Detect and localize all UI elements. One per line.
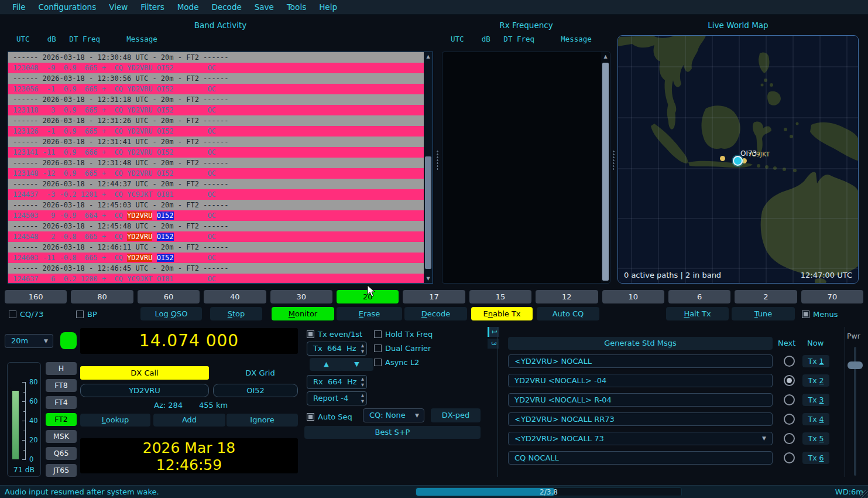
tx-now-button-2[interactable]: Tx 2 [802,374,829,387]
band-button-2[interactable]: 2 [735,290,797,303]
enable-tx-button[interactable]: Enable Tx [471,307,533,320]
tx-now-button-6[interactable]: Tx 6 [802,452,829,464]
tx-message-field-1[interactable]: <YD2VRU> NOCALL [508,354,773,368]
tx-freq-spinner[interactable]: Tx 664 Hz▲▼ [307,342,367,356]
rx-freq-spinner[interactable]: Rx 664 Hz▲▼ [307,375,367,389]
next-radio-1[interactable] [784,356,795,367]
mode-button-q65[interactable]: Q65 [46,447,77,460]
mode-button-ft8[interactable]: FT8 [46,379,77,392]
menu-save[interactable]: Save [248,2,280,12]
pwr-slider-handle[interactable] [848,361,863,369]
add-button[interactable]: Add [153,414,225,427]
band-activity-scrollbar[interactable]: ▲ ▼ [424,52,433,283]
tune-button[interactable]: Tune [732,307,795,320]
band-select-combo[interactable]: 20m▼ [5,334,53,348]
next-radio-5[interactable] [784,433,795,444]
tx-message-field-5[interactable]: <YD2VRU> NOCALL 73▼ [508,432,773,445]
generate-std-msgs-button[interactable]: Generate Std Msgs [508,337,773,350]
band-button-17[interactable]: 17 [403,290,465,303]
menu-filters[interactable]: Filters [134,2,170,12]
next-radio-2[interactable] [784,375,795,386]
dx-call-button[interactable]: DX Call [80,366,209,380]
decode-row[interactable]: 123118 3 0.9 665 + CQ YD2VRU OI52 OC [8,105,424,115]
band-button-6[interactable]: 6 [668,290,730,303]
splitter-handle[interactable] [612,150,615,170]
scroll-down-icon[interactable]: ▼ [424,274,433,283]
decode-row[interactable]: 124603 -11 -0.8 665 + CQ YD2VRU OI52 OC [8,253,424,263]
scrollbar-thumb[interactable] [425,156,431,269]
ignore-button[interactable]: Ignore [227,414,298,427]
lookup-button[interactable]: Lookup [80,414,150,427]
tx-now-button-5[interactable]: Tx 5 [802,432,829,445]
band-button-30[interactable]: 30 [270,290,332,303]
band-button-160[interactable]: 160 [5,290,67,303]
auto-cq-button[interactable]: Auto CQ [537,307,599,320]
frequency-display[interactable]: 14.074 000 [80,328,298,354]
stop-button[interactable]: Stop [210,307,262,320]
decode-button[interactable]: Decode [404,307,467,320]
mode-button-ft4[interactable]: FT4 [46,396,77,409]
band-button-12[interactable]: 12 [536,290,598,303]
tx-message-field-3[interactable]: YD2VRU <NOCALL> R-04 [508,393,773,407]
next-radio-3[interactable] [784,394,795,405]
halt-tx-button[interactable]: Halt Tx [666,307,729,320]
decode-row[interactable]: 123048 -9 0.9 665 + CQ YD2VRU OI52 OC [8,63,424,73]
decode-row[interactable]: 123148 -12 0.9 665 + CQ YD2VRU OI52 OC [8,168,424,179]
menu-tools[interactable]: Tools [280,2,313,12]
mode-button-msk[interactable]: MSK [46,430,77,443]
scrollbar-thumb[interactable] [602,63,609,281]
menu-configurations[interactable]: Configurations [32,2,103,12]
cq73-checkbox[interactable]: CQ/73 [9,309,43,319]
tx-message-field-6[interactable]: CQ NOCALL [508,451,773,465]
tx-now-button-1[interactable]: Tx 1 [802,355,829,367]
scroll-up-icon[interactable]: ▲ [601,52,610,61]
resize-grip[interactable] [860,490,868,498]
decode-row[interactable]: 124437 -3 -0.2 1201 + CQ YC9JKT OI81 OC [8,189,424,200]
band-button-40[interactable]: 40 [204,290,266,303]
mode-button-ft2[interactable]: FT2 [46,413,77,426]
log-qso-button[interactable]: Log QSO [140,307,202,320]
tx-freq-down-button[interactable]: ▼ [340,358,373,371]
splitter-handle[interactable] [436,150,439,170]
auto-seq-checkbox[interactable]: Auto Seq [307,411,352,422]
hold-tx-freq-checkbox[interactable]: Hold Tx Freq [374,329,433,339]
spinner-arrows-icon[interactable]: ▲▼ [361,376,364,388]
band-button-80[interactable]: 80 [71,290,133,303]
menu-help[interactable]: Help [313,2,344,12]
tx-freq-up-button[interactable]: ▲ [310,358,343,371]
menus-checkbox[interactable]: Menus [802,309,838,319]
async-l2-checkbox[interactable]: Async L2 [374,357,419,367]
menu-view[interactable]: View [102,2,134,12]
decode-row[interactable]: 123126 -1 0.9 665 + CQ YD2VRU OI52 OC [8,126,424,137]
bp-checkbox[interactable]: BP [76,309,97,319]
spinner-arrows-icon[interactable]: ▲▼ [361,393,364,404]
band-button-15[interactable]: 15 [469,290,531,303]
decode-row[interactable]: 123056 -1 0.9 665 + CQ YD2VRU OI52 OC [8,84,424,94]
tx-now-button-4[interactable]: Tx 4 [802,413,829,425]
band-button-70[interactable]: 70 [801,290,863,303]
decode-row[interactable]: 123141 -11 0.9 666 + CQ YD2VRU OI52 OC [8,147,424,158]
tx-message-field-4[interactable]: <YD2VRU> NOCALL RR73 [508,412,773,426]
mode-button-h[interactable]: H [46,362,77,375]
report-spinner[interactable]: Report -4▲▼ [307,391,367,405]
band-button-10[interactable]: 10 [602,290,664,303]
spinner-arrows-icon[interactable]: ▲▼ [361,343,364,354]
decode-row[interactable]: 124548 2 -0.8 665 + CQ YD2VRU OI52 OC [8,231,424,242]
next-radio-6[interactable] [784,452,795,463]
tx-even-checkbox[interactable]: Tx even/1st [307,329,362,339]
band-button-60[interactable]: 60 [138,290,200,303]
decode-row[interactable]: 124503 9 -0.9 664 + CQ YD2VRU OI52 OC [8,210,424,221]
cq-mode-combo[interactable]: CQ: None▼ [363,408,424,422]
dx-ped-button[interactable]: DX-ped [431,408,481,422]
scroll-up-icon[interactable]: ▲ [424,52,433,61]
tx-now-button-3[interactable]: Tx 3 [802,394,829,406]
tx-message-field-2[interactable]: YD2VRU <NOCALL> -04 [508,374,773,387]
menu-file[interactable]: File [6,2,32,12]
mode-button-jt65[interactable]: JT65 [46,464,77,477]
menu-mode[interactable]: Mode [171,2,205,12]
menu-decode[interactable]: Decode [205,2,248,12]
next-radio-4[interactable] [784,414,795,425]
monitor-button[interactable]: Monitor [272,307,334,320]
best-sp-button[interactable]: Best S+P [304,426,481,439]
dual-carrier-checkbox[interactable]: Dual Carrier [374,343,431,353]
